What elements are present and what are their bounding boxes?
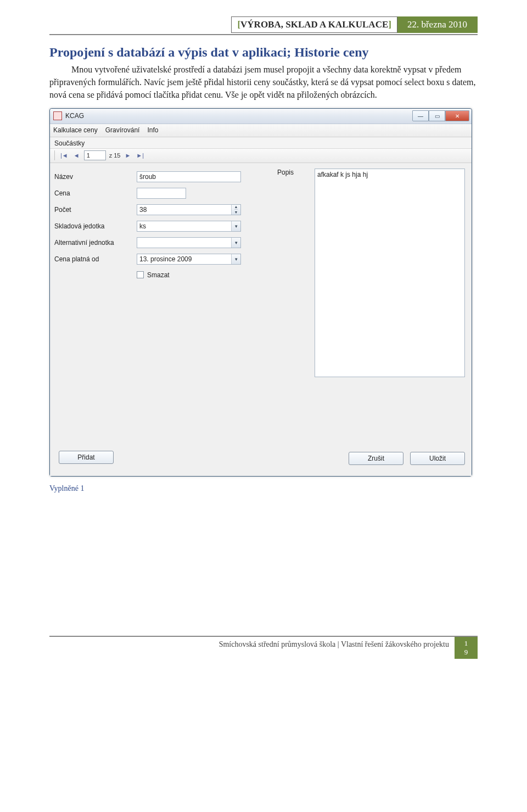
- figure-caption: Vyplněné 1: [49, 484, 478, 493]
- nav-next-icon[interactable]: ►: [124, 152, 132, 159]
- menu-item-info[interactable]: Info: [147, 126, 158, 134]
- app-screenshot: KCAG — ▭ ✕ Kalkulace ceny Gravírování In…: [49, 108, 478, 477]
- maximize-button[interactable]: ▭: [429, 110, 445, 121]
- pocet-input[interactable]: 38 ▲▼: [137, 204, 241, 215]
- cena-label: Cena: [54, 189, 137, 197]
- alternativni-jednotka-label: Alternativní jednotka: [54, 239, 137, 247]
- minimize-button[interactable]: —: [412, 110, 429, 121]
- nav-last-icon[interactable]: ►|: [135, 152, 145, 159]
- section-paragraph: Mnou vytvořené uživatelské prostředí a d…: [49, 63, 478, 102]
- nav-of-label: z 15: [109, 152, 121, 159]
- menu-item-kalkulace[interactable]: Kalkulace ceny: [53, 126, 98, 134]
- footer-text: Smíchovská střední průmyslová škola | Vl…: [49, 637, 455, 659]
- cena-platna-od-label: Cena platná od: [54, 255, 137, 263]
- nav-first-icon[interactable]: |◄: [59, 152, 69, 159]
- header-date: 22. března 2010: [397, 16, 478, 33]
- pocet-value: 38: [139, 206, 147, 214]
- nazev-label: Název: [54, 173, 137, 181]
- skladova-jednotka-label: Skladová jedotka: [54, 222, 137, 230]
- window-titlebar: KCAG — ▭ ✕: [50, 109, 472, 124]
- nav-prev-icon[interactable]: ◄: [72, 152, 81, 159]
- chevron-down-icon: ▾: [231, 221, 240, 231]
- pocet-label: Počet: [54, 206, 137, 214]
- record-navigator: |◄ ◄ 1 z 15 ► ►|: [50, 149, 472, 163]
- pridat-button[interactable]: Přidat: [59, 451, 114, 464]
- nazev-input[interactable]: šroub: [137, 171, 241, 182]
- document-header: [VÝROBA, SKLAD A KALKULACE] 22. března 2…: [49, 16, 478, 35]
- form-right-panel: Popis afkakaf k js hja hj Zrušit Uložit: [275, 163, 472, 476]
- cena-platna-od-datepicker[interactable]: 13. prosince 2009 ▾: [137, 254, 241, 265]
- form-left-panel: Název šroub Cena Počet 38 ▲▼: [50, 163, 275, 476]
- smazat-checkbox[interactable]: [137, 271, 144, 278]
- nav-position-input[interactable]: 1: [84, 150, 106, 160]
- cena-input[interactable]: [137, 188, 186, 199]
- popis-label: Popis: [277, 169, 310, 176]
- skladova-jednotka-value: ks: [139, 222, 146, 230]
- menu-item-gravirovani[interactable]: Gravírování: [105, 126, 140, 134]
- popis-textarea[interactable]: afkakaf k js hja hj: [315, 169, 465, 377]
- smazat-label: Smazat: [147, 271, 170, 279]
- section-title: Propojení s databází a výpis dat v aplik…: [49, 45, 478, 60]
- cena-platna-od-value: 13. prosince 2009: [139, 255, 192, 263]
- app-icon: [53, 111, 62, 120]
- menubar: Kalkulace ceny Gravírování Info: [50, 124, 472, 137]
- calendar-dropdown-icon: ▾: [231, 254, 240, 264]
- ulozit-button[interactable]: Uložit: [410, 452, 465, 465]
- alternativni-jednotka-select[interactable]: ▾: [137, 237, 241, 248]
- subsection-label: Součástky: [50, 137, 472, 149]
- page-number: 1 9: [455, 637, 478, 659]
- close-button[interactable]: ✕: [445, 110, 469, 121]
- chevron-down-icon: ▾: [231, 238, 240, 248]
- skladova-jednotka-select[interactable]: ks ▾: [137, 221, 241, 232]
- header-title-box: [VÝROBA, SKLAD A KALKULACE]: [231, 16, 397, 33]
- spinner-buttons-icon[interactable]: ▲▼: [231, 205, 240, 215]
- header-title: VÝROBA, SKLAD A KALKULACE: [240, 19, 388, 30]
- zrusit-button[interactable]: Zrušit: [349, 452, 403, 465]
- window-title: KCAG: [65, 112, 412, 120]
- document-footer: Smíchovská střední průmyslová škola | Vl…: [49, 636, 478, 659]
- app-window: KCAG — ▭ ✕ Kalkulace ceny Gravírování In…: [49, 108, 472, 477]
